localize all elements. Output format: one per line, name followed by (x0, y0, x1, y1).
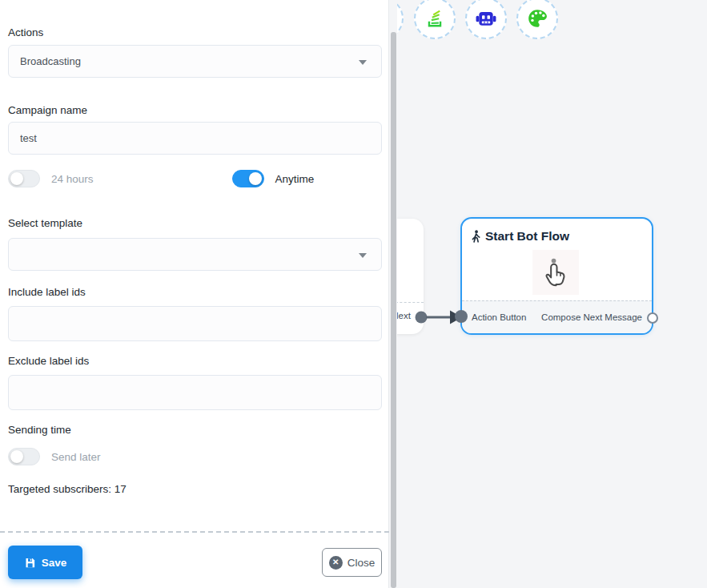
palette-icon (527, 8, 548, 29)
close-button-label: Close (347, 557, 376, 569)
send-later-label: Send later (51, 451, 101, 463)
floppy-disk-icon (24, 557, 36, 569)
panel-scrollbar[interactable] (391, 32, 396, 588)
node-separator (397, 302, 424, 303)
toggle-24-hours-label: 24 hours (51, 173, 94, 185)
toggle-knob (10, 172, 23, 185)
toggle-send-later[interactable] (8, 448, 40, 465)
clipped-flow-node[interactable]: lext (397, 219, 424, 334)
toggle-24-hours[interactable] (8, 170, 40, 187)
toggle-knob (10, 450, 23, 463)
toggle-anytime[interactable] (232, 170, 264, 187)
broadcast-settings-panel: Actions Broadcasting Campaign name 24 ho… (0, 0, 389, 588)
campaign-name-input[interactable] (8, 122, 382, 155)
save-button[interactable]: Save (8, 546, 82, 579)
broadcast-flow-editor: Actions Broadcasting Campaign name 24 ho… (0, 0, 707, 588)
clipped-port-label: lext (397, 311, 411, 320)
circle-x-icon: ✕ (329, 556, 343, 570)
cursor-overlay (532, 250, 579, 295)
caret-down-icon (359, 253, 367, 258)
toolbar-circle-palette[interactable] (516, 0, 558, 39)
output-port-connector[interactable] (647, 312, 658, 324)
include-label-ids-input[interactable] (8, 306, 382, 341)
flow-canvas[interactable]: lext Start Bot Flow (397, 0, 707, 588)
hand-pointer-icon (542, 257, 569, 288)
template-select[interactable] (8, 238, 382, 271)
toggle-knob (249, 172, 262, 185)
targeted-subscribers-text: Targeted subscribers: 17 (8, 483, 382, 495)
toggle-anytime-label: Anytime (275, 173, 315, 185)
toolbar-circle-stack[interactable] (414, 0, 456, 39)
save-button-label: Save (42, 557, 67, 569)
sending-time-label: Sending time (8, 424, 382, 436)
exclude-label-ids-input[interactable] (8, 375, 382, 410)
node-footer: Action Button Compose Next Message (462, 300, 652, 333)
walking-person-icon (471, 230, 481, 244)
select-template-label: Select template (8, 217, 382, 229)
caret-down-icon (359, 60, 367, 65)
campaign-name-label: Campaign name (8, 104, 382, 116)
toolbar-circle-clipped[interactable] (397, 0, 404, 39)
output-port-label[interactable]: Compose Next Message (541, 312, 642, 322)
footer-divider (0, 531, 389, 533)
include-label-ids-label: Include label ids (8, 286, 382, 298)
node-title: Start Bot Flow (485, 229, 569, 244)
stack-icon (424, 8, 445, 29)
input-port-connector[interactable] (455, 310, 468, 323)
start-bot-flow-node[interactable]: Start Bot Flow Action Button Compose Nex… (460, 217, 653, 335)
robot-icon (476, 8, 496, 29)
close-button[interactable]: ✕ Close (322, 548, 382, 577)
actions-select[interactable]: Broadcasting (8, 45, 382, 78)
toolbar-circle-robot[interactable] (465, 0, 507, 39)
input-port-label[interactable]: Action Button (472, 312, 526, 322)
actions-label: Actions (8, 26, 382, 38)
exclude-label-ids-label: Exclude label ids (8, 355, 382, 367)
node-header: Start Bot Flow (471, 229, 569, 244)
actions-select-value: Broadcasting (20, 55, 81, 67)
